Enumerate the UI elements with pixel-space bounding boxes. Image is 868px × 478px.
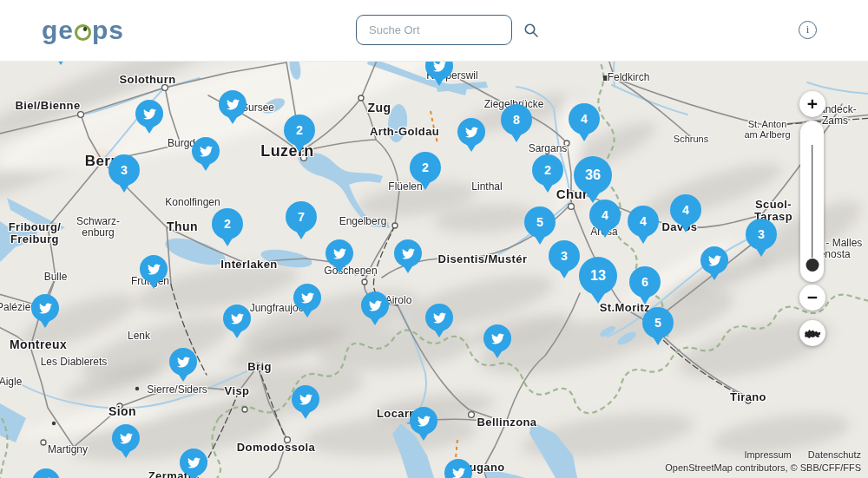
tweet-marker[interactable] (361, 291, 389, 319)
pin-circle (140, 255, 168, 283)
tweet-marker[interactable] (135, 100, 163, 128)
pin-circle (361, 291, 389, 319)
tweet-marker[interactable] (394, 239, 422, 267)
tweet-marker[interactable] (180, 449, 207, 476)
tweet-marker[interactable] (425, 61, 453, 80)
tweet-marker[interactable] (457, 118, 485, 146)
tweet-marker[interactable] (444, 459, 472, 478)
pin-circle (410, 407, 437, 435)
pin-circle: 36 (574, 156, 612, 194)
cluster-marker[interactable]: 3 (108, 154, 140, 186)
cluster-marker[interactable]: 13 (579, 257, 617, 295)
cluster-marker[interactable]: 4 (670, 194, 701, 226)
tweet-marker[interactable] (700, 246, 728, 274)
info-button[interactable]: i (799, 21, 817, 39)
cluster-marker[interactable]: 6 (629, 266, 661, 298)
tweet-marker[interactable] (483, 324, 511, 352)
cluster-count: 5 (536, 215, 543, 229)
cluster-marker[interactable]: 5 (524, 206, 556, 238)
tweet-marker[interactable] (292, 385, 319, 413)
tweet-marker[interactable] (31, 294, 59, 322)
tweet-marker[interactable] (326, 239, 353, 267)
geops-logo[interactable]: geps (42, 16, 124, 45)
attribution-copyright[interactable]: OpenStreetMap contributors, © SBB/CFF/FF… (665, 462, 861, 473)
cluster-marker[interactable]: 3 (746, 219, 777, 250)
twitter-bird-icon (300, 291, 315, 304)
twitter-bird-icon (187, 456, 201, 469)
twitter-bird-icon (176, 356, 191, 369)
tweet-marker[interactable] (219, 90, 247, 118)
zoom-out-button[interactable]: − (799, 285, 825, 311)
tweet-marker[interactable] (112, 424, 140, 452)
pin-circle (293, 284, 321, 311)
pin-circle (223, 304, 251, 332)
map-attribution: Impressum Datenschutz OpenStreetMap cont… (665, 449, 861, 473)
twitter-bird-icon (119, 432, 134, 445)
cluster-count: 13 (590, 268, 606, 284)
cluster-marker[interactable]: 2 (410, 152, 441, 183)
zoom-in-button[interactable]: + (799, 91, 825, 117)
pin-circle: 13 (579, 257, 617, 295)
pin-circle: 7 (286, 201, 317, 232)
cluster-marker[interactable]: 4 (569, 103, 600, 134)
zoom-slider-track-line (812, 145, 813, 258)
datenschutz-link[interactable]: Datenschutz (808, 449, 861, 460)
tweet-marker[interactable] (32, 468, 60, 478)
cluster-count: 4 (581, 112, 588, 126)
pin-circle (32, 468, 60, 478)
pin-circle: 3 (108, 154, 140, 186)
twitter-bird-icon (490, 332, 505, 345)
tweet-marker[interactable] (425, 304, 453, 331)
tweet-marker[interactable] (169, 348, 197, 376)
zoom-slider[interactable] (800, 121, 824, 282)
cluster-marker[interactable]: 4 (589, 200, 621, 231)
cluster-marker[interactable]: 8 (501, 104, 532, 135)
cluster-marker[interactable]: 5 (642, 307, 674, 338)
search-icon[interactable] (523, 23, 539, 38)
tweet-marker[interactable] (410, 407, 437, 435)
pin-circle: 3 (549, 240, 580, 272)
cluster-marker[interactable]: 7 (286, 201, 317, 232)
pin-circle: 2 (212, 208, 243, 239)
tweet-marker[interactable] (192, 137, 220, 165)
cluster-count: 4 (602, 208, 608, 222)
impressum-link[interactable]: Impressum (744, 449, 791, 460)
cluster-count: 36 (585, 167, 601, 183)
logo-text-ge: ge (42, 16, 74, 44)
pin-circle (700, 246, 728, 274)
twitter-bird-icon (707, 254, 722, 267)
logo-text-ps: ps (92, 16, 124, 44)
twitter-bird-icon (464, 126, 479, 139)
cluster-count: 6 (641, 275, 648, 289)
pin-circle (457, 118, 485, 146)
pin-circle: 2 (410, 152, 441, 183)
geops-tweetmap-app: SolothurnBiel/BienneBernBurgdorfKonolfin… (0, 0, 868, 478)
twitter-bird-icon (230, 312, 245, 325)
twitter-bird-icon (199, 145, 214, 158)
tweet-marker[interactable] (293, 284, 321, 311)
zoom-slider-handle[interactable] (806, 259, 819, 272)
map-canvas[interactable]: SolothurnBiel/BienneBernBurgdorfKonolfin… (0, 61, 868, 478)
switzerland-icon (804, 328, 821, 339)
switzerland-extent-button[interactable] (799, 320, 825, 346)
tweet-marker[interactable] (140, 255, 168, 283)
tweet-marker[interactable] (223, 304, 251, 332)
cluster-marker[interactable]: 36 (574, 156, 612, 194)
twitter-bird-icon (368, 299, 383, 312)
pin-circle: 8 (501, 104, 532, 135)
search-input[interactable] (367, 23, 523, 37)
cluster-marker[interactable]: 4 (628, 206, 659, 237)
cluster-count: 2 (544, 163, 551, 177)
cluster-count: 3 (561, 249, 568, 263)
twitter-bird-icon (451, 467, 466, 478)
cluster-count: 7 (298, 210, 305, 224)
cluster-count: 2 (296, 123, 303, 137)
cluster-marker[interactable]: 3 (549, 240, 580, 272)
pin-circle: 2 (532, 154, 563, 186)
app-header: geps i (0, 0, 868, 62)
cluster-marker[interactable]: 2 (212, 208, 243, 239)
twitter-bird-icon (226, 98, 240, 111)
cluster-marker[interactable]: 2 (284, 115, 315, 146)
cluster-marker[interactable]: 2 (532, 154, 563, 186)
pin-circle: 2 (284, 115, 315, 146)
